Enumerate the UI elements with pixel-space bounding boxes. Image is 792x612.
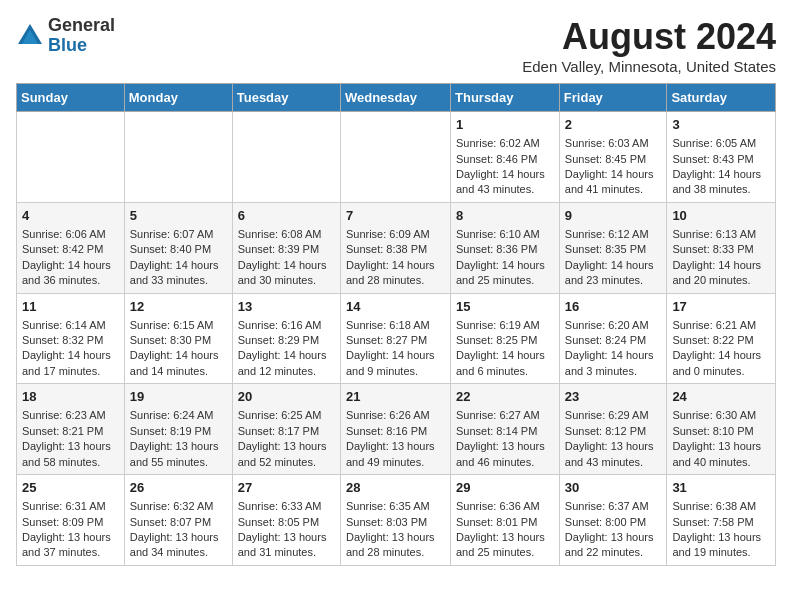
- calendar-cell: 11Sunrise: 6:14 AM Sunset: 8:32 PM Dayli…: [17, 293, 125, 384]
- day-info: Sunrise: 6:23 AM Sunset: 8:21 PM Dayligh…: [22, 408, 119, 470]
- day-info: Sunrise: 6:20 AM Sunset: 8:24 PM Dayligh…: [565, 318, 662, 380]
- day-number: 13: [238, 298, 335, 316]
- day-info: Sunrise: 6:05 AM Sunset: 8:43 PM Dayligh…: [672, 136, 770, 198]
- day-info: Sunrise: 6:27 AM Sunset: 8:14 PM Dayligh…: [456, 408, 554, 470]
- day-info: Sunrise: 6:24 AM Sunset: 8:19 PM Dayligh…: [130, 408, 227, 470]
- logo-icon: [16, 22, 44, 50]
- calendar-week-row: 4Sunrise: 6:06 AM Sunset: 8:42 PM Daylig…: [17, 202, 776, 293]
- calendar-cell: 5Sunrise: 6:07 AM Sunset: 8:40 PM Daylig…: [124, 202, 232, 293]
- day-info: Sunrise: 6:19 AM Sunset: 8:25 PM Dayligh…: [456, 318, 554, 380]
- day-number: 1: [456, 116, 554, 134]
- weekday-header-sunday: Sunday: [17, 84, 125, 112]
- day-info: Sunrise: 6:15 AM Sunset: 8:30 PM Dayligh…: [130, 318, 227, 380]
- weekday-header-wednesday: Wednesday: [340, 84, 450, 112]
- day-number: 6: [238, 207, 335, 225]
- day-number: 3: [672, 116, 770, 134]
- day-info: Sunrise: 6:36 AM Sunset: 8:01 PM Dayligh…: [456, 499, 554, 561]
- calendar-cell: 18Sunrise: 6:23 AM Sunset: 8:21 PM Dayli…: [17, 384, 125, 475]
- day-number: 2: [565, 116, 662, 134]
- day-info: Sunrise: 6:12 AM Sunset: 8:35 PM Dayligh…: [565, 227, 662, 289]
- day-number: 10: [672, 207, 770, 225]
- day-number: 14: [346, 298, 445, 316]
- weekday-header-tuesday: Tuesday: [232, 84, 340, 112]
- calendar-cell: [124, 112, 232, 203]
- calendar-week-row: 11Sunrise: 6:14 AM Sunset: 8:32 PM Dayli…: [17, 293, 776, 384]
- calendar-cell: 25Sunrise: 6:31 AM Sunset: 8:09 PM Dayli…: [17, 475, 125, 566]
- calendar-cell: 19Sunrise: 6:24 AM Sunset: 8:19 PM Dayli…: [124, 384, 232, 475]
- calendar-cell: 3Sunrise: 6:05 AM Sunset: 8:43 PM Daylig…: [667, 112, 776, 203]
- day-number: 21: [346, 388, 445, 406]
- day-info: Sunrise: 6:18 AM Sunset: 8:27 PM Dayligh…: [346, 318, 445, 380]
- day-info: Sunrise: 6:31 AM Sunset: 8:09 PM Dayligh…: [22, 499, 119, 561]
- calendar-body: 1Sunrise: 6:02 AM Sunset: 8:46 PM Daylig…: [17, 112, 776, 566]
- day-number: 19: [130, 388, 227, 406]
- calendar-header: SundayMondayTuesdayWednesdayThursdayFrid…: [17, 84, 776, 112]
- title-block: August 2024 Eden Valley, Minnesota, Unit…: [522, 16, 776, 75]
- calendar-cell: 20Sunrise: 6:25 AM Sunset: 8:17 PM Dayli…: [232, 384, 340, 475]
- day-number: 17: [672, 298, 770, 316]
- logo-general: General: [48, 16, 115, 36]
- calendar-cell: 13Sunrise: 6:16 AM Sunset: 8:29 PM Dayli…: [232, 293, 340, 384]
- calendar-cell: 16Sunrise: 6:20 AM Sunset: 8:24 PM Dayli…: [559, 293, 667, 384]
- calendar-cell: 17Sunrise: 6:21 AM Sunset: 8:22 PM Dayli…: [667, 293, 776, 384]
- day-number: 25: [22, 479, 119, 497]
- calendar-cell: [232, 112, 340, 203]
- day-number: 9: [565, 207, 662, 225]
- calendar-cell: 21Sunrise: 6:26 AM Sunset: 8:16 PM Dayli…: [340, 384, 450, 475]
- day-number: 22: [456, 388, 554, 406]
- day-info: Sunrise: 6:03 AM Sunset: 8:45 PM Dayligh…: [565, 136, 662, 198]
- logo: General Blue: [16, 16, 115, 56]
- day-info: Sunrise: 6:33 AM Sunset: 8:05 PM Dayligh…: [238, 499, 335, 561]
- day-info: Sunrise: 6:10 AM Sunset: 8:36 PM Dayligh…: [456, 227, 554, 289]
- calendar-cell: 23Sunrise: 6:29 AM Sunset: 8:12 PM Dayli…: [559, 384, 667, 475]
- day-info: Sunrise: 6:14 AM Sunset: 8:32 PM Dayligh…: [22, 318, 119, 380]
- day-number: 31: [672, 479, 770, 497]
- calendar-cell: 9Sunrise: 6:12 AM Sunset: 8:35 PM Daylig…: [559, 202, 667, 293]
- day-number: 30: [565, 479, 662, 497]
- day-info: Sunrise: 6:26 AM Sunset: 8:16 PM Dayligh…: [346, 408, 445, 470]
- calendar-cell: 6Sunrise: 6:08 AM Sunset: 8:39 PM Daylig…: [232, 202, 340, 293]
- calendar-table: SundayMondayTuesdayWednesdayThursdayFrid…: [16, 83, 776, 566]
- day-info: Sunrise: 6:09 AM Sunset: 8:38 PM Dayligh…: [346, 227, 445, 289]
- day-info: Sunrise: 6:06 AM Sunset: 8:42 PM Dayligh…: [22, 227, 119, 289]
- calendar-cell: [340, 112, 450, 203]
- calendar-cell: 15Sunrise: 6:19 AM Sunset: 8:25 PM Dayli…: [451, 293, 560, 384]
- day-info: Sunrise: 6:38 AM Sunset: 7:58 PM Dayligh…: [672, 499, 770, 561]
- weekday-header-row: SundayMondayTuesdayWednesdayThursdayFrid…: [17, 84, 776, 112]
- logo-text: General Blue: [48, 16, 115, 56]
- day-number: 16: [565, 298, 662, 316]
- page-header: General Blue August 2024 Eden Valley, Mi…: [16, 16, 776, 75]
- calendar-cell: 29Sunrise: 6:36 AM Sunset: 8:01 PM Dayli…: [451, 475, 560, 566]
- day-number: 26: [130, 479, 227, 497]
- calendar-cell: 12Sunrise: 6:15 AM Sunset: 8:30 PM Dayli…: [124, 293, 232, 384]
- day-info: Sunrise: 6:02 AM Sunset: 8:46 PM Dayligh…: [456, 136, 554, 198]
- day-info: Sunrise: 6:35 AM Sunset: 8:03 PM Dayligh…: [346, 499, 445, 561]
- day-info: Sunrise: 6:25 AM Sunset: 8:17 PM Dayligh…: [238, 408, 335, 470]
- calendar-cell: 1Sunrise: 6:02 AM Sunset: 8:46 PM Daylig…: [451, 112, 560, 203]
- weekday-header-saturday: Saturday: [667, 84, 776, 112]
- day-number: 29: [456, 479, 554, 497]
- day-number: 27: [238, 479, 335, 497]
- calendar-cell: 4Sunrise: 6:06 AM Sunset: 8:42 PM Daylig…: [17, 202, 125, 293]
- calendar-cell: 30Sunrise: 6:37 AM Sunset: 8:00 PM Dayli…: [559, 475, 667, 566]
- calendar-cell: 28Sunrise: 6:35 AM Sunset: 8:03 PM Dayli…: [340, 475, 450, 566]
- calendar-cell: 8Sunrise: 6:10 AM Sunset: 8:36 PM Daylig…: [451, 202, 560, 293]
- day-number: 28: [346, 479, 445, 497]
- day-info: Sunrise: 6:37 AM Sunset: 8:00 PM Dayligh…: [565, 499, 662, 561]
- day-info: Sunrise: 6:30 AM Sunset: 8:10 PM Dayligh…: [672, 408, 770, 470]
- calendar-cell: 27Sunrise: 6:33 AM Sunset: 8:05 PM Dayli…: [232, 475, 340, 566]
- day-number: 18: [22, 388, 119, 406]
- calendar-cell: 22Sunrise: 6:27 AM Sunset: 8:14 PM Dayli…: [451, 384, 560, 475]
- calendar-cell: 7Sunrise: 6:09 AM Sunset: 8:38 PM Daylig…: [340, 202, 450, 293]
- weekday-header-thursday: Thursday: [451, 84, 560, 112]
- day-info: Sunrise: 6:13 AM Sunset: 8:33 PM Dayligh…: [672, 227, 770, 289]
- weekday-header-monday: Monday: [124, 84, 232, 112]
- calendar-week-row: 1Sunrise: 6:02 AM Sunset: 8:46 PM Daylig…: [17, 112, 776, 203]
- calendar-cell: 14Sunrise: 6:18 AM Sunset: 8:27 PM Dayli…: [340, 293, 450, 384]
- day-number: 7: [346, 207, 445, 225]
- calendar-cell: 2Sunrise: 6:03 AM Sunset: 8:45 PM Daylig…: [559, 112, 667, 203]
- calendar-cell: 10Sunrise: 6:13 AM Sunset: 8:33 PM Dayli…: [667, 202, 776, 293]
- day-number: 8: [456, 207, 554, 225]
- day-info: Sunrise: 6:16 AM Sunset: 8:29 PM Dayligh…: [238, 318, 335, 380]
- day-number: 20: [238, 388, 335, 406]
